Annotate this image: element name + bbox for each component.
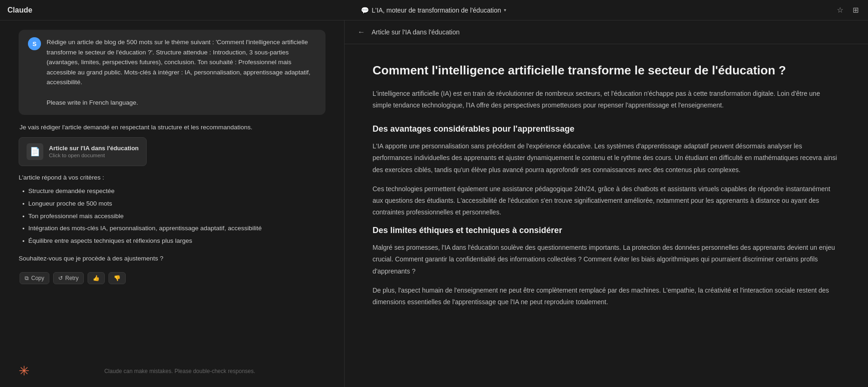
document-icon: 📄 [27,143,43,160]
conversation-title: L'IA, moteur de transformation de l'éduc… [372,7,501,14]
topbar-left: Claude [7,6,32,14]
star-button[interactable]: ☆ [835,4,845,16]
thumbs-down-icon: 👎 [114,275,121,281]
doc-section1-para2: Ces technologies permettent également un… [373,183,840,219]
chat-messages: S Rédige un article de blog de 500 mots … [0,30,344,359]
document-header: ← Article sur l'IA dans l'éducation [345,20,868,44]
doc-title: Comment l'intelligence artificielle tran… [373,63,840,79]
retry-icon: ↺ [58,275,63,281]
main-layout: S Rédige un article de blog de 500 mots … [0,20,868,387]
doc-section2-title: Des limites éthiques et techniques à con… [373,226,840,235]
user-message: S Rédige un article de blog de 500 mots … [19,30,326,115]
criteria-section: L'article répond à vos critères : Struct… [19,173,326,264]
document-card[interactable]: 📄 Article sur l'IA dans l'éducation Clic… [19,137,147,166]
document-panel: ← Article sur l'IA dans l'éducation Comm… [345,20,868,387]
chat-icon: 💬 [361,7,369,14]
document-card-info: Article sur l'IA dans l'éducation Click … [49,145,139,158]
topbar-right: ☆ ⊞ [835,4,861,16]
chat-bottom: ✳ Claude can make mistakes. Please doubl… [0,359,344,378]
user-language-instruction: Please write in French language. [47,99,138,106]
copy-label: Copy [31,275,44,281]
document-card-title: Article sur l'IA dans l'éducation [49,145,139,152]
user-prompt-text: Rédige un article de blog de 500 mots su… [47,39,311,86]
doc-section2-para2: De plus, l'aspect humain de l'enseigneme… [373,285,840,308]
question-text: Souhaitez-vous que je procède à des ajus… [19,254,326,264]
avatar: S [28,37,41,50]
back-button[interactable]: ← [356,27,367,37]
disclaimer-text: Claude can make mistakes. Please double-… [34,368,326,374]
copy-button[interactable]: ⧉ Copy [20,272,49,284]
topbar: Claude 💬 L'IA, moteur de transformation … [0,0,868,20]
claude-icon-row: ✳ Claude can make mistakes. Please doubl… [19,365,326,378]
thumbs-up-button[interactable]: 👍 [88,272,105,284]
thumbs-down-button[interactable]: 👎 [108,272,126,284]
doc-intro: L'intelligence artificielle (IA) est en … [373,88,840,111]
action-bar: ⧉ Copy ↺ Retry 👍 👎 [19,268,326,284]
document-card-subtitle: Click to open document [49,153,139,158]
criteria-list: Structure demandée respectée Longueur pr… [19,186,326,246]
chat-panel: S Rédige un article de blog de 500 mots … [0,20,345,387]
copy-icon: ⧉ [25,275,29,281]
topbar-center[interactable]: 💬 L'IA, moteur de transformation de l'éd… [361,7,506,14]
menu-button[interactable]: ⊞ [851,4,861,16]
list-item: Équilibre entre aspects techniques et ré… [22,236,326,247]
list-item: Intégration des mots-clés IA, personnali… [22,223,326,234]
chevron-down-icon: ▾ [504,7,506,13]
retry-label: Retry [65,275,79,281]
doc-section1-para1: L'IA apporte une personnalisation sans p… [373,140,840,176]
retry-button[interactable]: ↺ Retry [53,272,84,284]
doc-header-title: Article sur l'IA dans l'éducation [372,28,460,36]
doc-section1-title: Des avantages considérables pour l'appre… [373,124,840,134]
document-content: Comment l'intelligence artificielle tran… [345,44,868,387]
thumbs-up-icon: 👍 [93,275,100,281]
assistant-intro-text: Je vais rédiger l'article demandé en res… [19,122,326,133]
list-item: Structure demandée respectée [22,186,326,197]
user-message-content: Rédige un article de blog de 500 mots su… [47,37,316,107]
doc-section2-para1: Malgré ses promesses, l'IA dans l'éducat… [373,242,840,277]
criteria-header: L'article répond à vos critères : [19,173,326,183]
app-name: Claude [7,6,32,14]
assistant-message: Je vais rédiger l'article demandé en res… [19,122,326,284]
list-item: Longueur proche de 500 mots [22,199,326,209]
list-item: Ton professionnel mais accessible [22,211,326,222]
claude-asterisk-icon: ✳ [19,365,29,378]
